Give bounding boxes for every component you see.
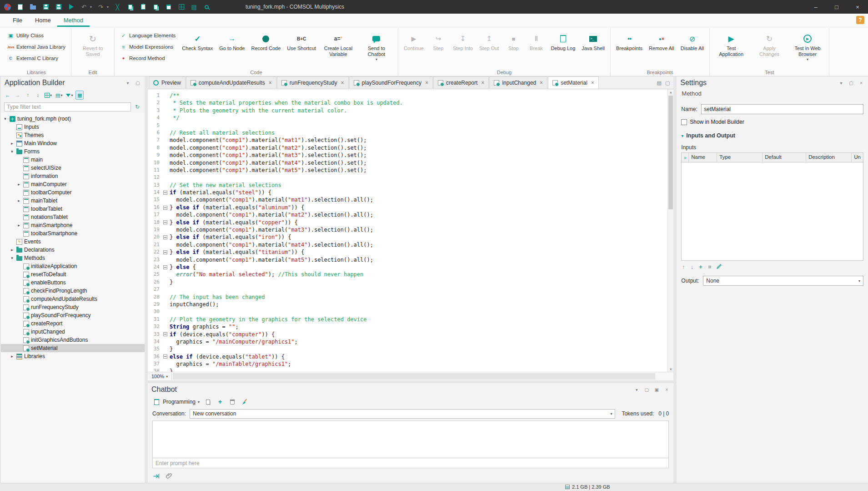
editor-float-icon[interactable]: ▢ bbox=[665, 80, 670, 86]
inputs-column-default[interactable]: Default bbox=[763, 153, 806, 162]
reset-desktop-button[interactable] bbox=[177, 3, 185, 11]
code-line-1[interactable]: 1/** bbox=[148, 92, 667, 99]
fold-toggle-icon[interactable] bbox=[163, 248, 170, 256]
tab-close-icon[interactable]: × bbox=[269, 80, 272, 86]
undo-dropdown-icon[interactable]: ▾ bbox=[90, 5, 92, 9]
tree-toggle-icon[interactable]: ▸ bbox=[10, 354, 15, 359]
conversation-select[interactable]: New conversation ▾ bbox=[190, 409, 615, 419]
save-as-button[interactable] bbox=[55, 3, 62, 11]
utility-class-button[interactable]: ▣ Utility Class bbox=[5, 30, 68, 40]
code-line-11[interactable]: 11model.component("comp1").material("mat… bbox=[148, 167, 667, 174]
input-move-up-button[interactable]: ↑ bbox=[682, 263, 685, 270]
input-list-button[interactable]: ≡ bbox=[708, 263, 712, 270]
code-line-5[interactable]: 5 bbox=[148, 122, 667, 129]
help-button[interactable]: ? bbox=[856, 16, 864, 24]
tree-item-playsoundforfrequency[interactable]: playSoundForFrequency bbox=[1, 311, 145, 319]
inputs-column-name[interactable]: Name bbox=[689, 153, 717, 162]
input-move-down-button[interactable]: ↓ bbox=[691, 263, 694, 270]
output-select[interactable]: None ▾ bbox=[703, 276, 863, 286]
tree-view-menu-button[interactable]: ▾ bbox=[44, 91, 53, 100]
code-line-14[interactable]: 14if (material.equals("steel")) { bbox=[148, 189, 667, 196]
code-line-20[interactable]: 20} else if (material.equals("iron")) { bbox=[148, 233, 667, 241]
open-file-button[interactable] bbox=[29, 3, 37, 11]
scroll-up-icon[interactable]: ▴ bbox=[668, 89, 673, 95]
code-line-19[interactable]: 19 model.component("comp1").material("ma… bbox=[148, 226, 667, 233]
fold-toggle-icon[interactable] bbox=[163, 263, 170, 271]
nav-back-button[interactable]: ← bbox=[4, 91, 12, 100]
send-to-chatbot-button[interactable]: Send to Chatbot ▾ bbox=[358, 30, 395, 61]
settings-float-icon[interactable]: ▢ bbox=[848, 81, 854, 86]
tree-item-inputchanged[interactable]: inputChanged bbox=[1, 328, 145, 336]
fold-toggle-icon[interactable] bbox=[163, 233, 170, 241]
code-line-12[interactable]: 12 bbox=[148, 174, 667, 181]
settings-close-icon[interactable]: × bbox=[858, 81, 864, 86]
code-line-34[interactable]: 34 graphics = "/mainComputer/graphics1"; bbox=[148, 338, 667, 345]
code-line-13[interactable]: 13// Set the new material selections bbox=[148, 182, 667, 189]
duplicate-button[interactable] bbox=[152, 3, 160, 11]
inputs-column-un[interactable]: Un bbox=[852, 153, 863, 162]
dual-pane-toggle-button[interactable]: ▦ bbox=[75, 91, 84, 100]
new-conversation-button[interactable]: + bbox=[216, 398, 224, 406]
chatbot-prompt-input[interactable] bbox=[152, 458, 669, 468]
external-java-library-button[interactable]: Java External Java Library bbox=[5, 42, 68, 52]
editor-tab-inputchanged[interactable]: inputChanged× bbox=[489, 76, 547, 88]
fold-toggle-icon[interactable] bbox=[163, 331, 170, 338]
code-line-38[interactable]: 38} bbox=[148, 368, 667, 372]
editor-tab-computeandupdateresults[interactable]: computeAndUpdateResults× bbox=[186, 76, 276, 88]
code-line-3[interactable]: 3 * Plots the geometry with the current … bbox=[148, 107, 667, 114]
code-line-4[interactable]: 4 */ bbox=[148, 114, 667, 121]
tree-item-resettodefault[interactable]: resetToDefault bbox=[1, 270, 145, 278]
chatbot-float-icon[interactable]: ▢ bbox=[643, 387, 650, 392]
zoom-control[interactable]: 100% ▾ bbox=[148, 372, 172, 380]
minimize-button[interactable]: – bbox=[805, 0, 826, 14]
save-transcript-button[interactable] bbox=[204, 398, 212, 406]
tree-item-enablebuttons[interactable]: enableButtons bbox=[1, 278, 145, 287]
edit-input-button[interactable] bbox=[717, 263, 722, 270]
tab-home[interactable]: Home bbox=[29, 14, 57, 27]
record-method-button[interactable]: ● Record Method bbox=[118, 53, 178, 63]
code-line-29[interactable]: 29inputChanged(); bbox=[148, 301, 667, 308]
tree-toggle-icon[interactable]: ▸ bbox=[10, 141, 15, 146]
tree-item-createreport[interactable]: createReport bbox=[1, 319, 145, 328]
save-button[interactable] bbox=[42, 3, 50, 11]
redo-button[interactable]: ↷ bbox=[97, 3, 105, 11]
tree-item-libraries[interactable]: ▸Libraries bbox=[1, 352, 145, 360]
revert-to-saved-button[interactable]: ↻ Revert to Saved bbox=[75, 30, 111, 57]
inputs-and-output-section-header[interactable]: ▾ Inputs and Output bbox=[681, 132, 863, 139]
editor-tab-preview[interactable]: Preview bbox=[149, 76, 186, 88]
add-input-button[interactable]: + bbox=[699, 263, 702, 270]
tab-close-icon[interactable]: × bbox=[481, 80, 484, 86]
move-up-button[interactable]: ↑ bbox=[24, 91, 32, 100]
settings-collapse-icon[interactable]: ▾ bbox=[838, 81, 844, 86]
tree-item-forms[interactable]: ▾Forms bbox=[1, 147, 145, 156]
tree-item-mainsmartphone[interactable]: ▸mainSmartphone bbox=[1, 221, 145, 229]
model-expressions-button[interactable]: ≡ Model Expressions bbox=[118, 42, 178, 52]
remove-all-breakpoints-button[interactable]: ●× Remove All bbox=[647, 30, 677, 51]
send-prompt-button[interactable] bbox=[152, 472, 161, 480]
record-code-button[interactable]: Record Code bbox=[249, 30, 283, 51]
show-in-model-builder-checkbox[interactable] bbox=[681, 119, 687, 125]
tree-item-declarations[interactable]: ▸Declarations bbox=[1, 246, 145, 254]
tree-item-selectuisize[interactable]: selectUISize bbox=[1, 164, 145, 172]
code-line-26[interactable]: 26} bbox=[148, 278, 667, 286]
editor-split-icon[interactable]: ▤ bbox=[657, 80, 661, 86]
tree-item-maintablet[interactable]: ▸mainTablet bbox=[1, 197, 145, 205]
go-to-node-button[interactable]: → Go to Node bbox=[217, 30, 247, 51]
tree-item-computeandupdateresults[interactable]: computeAndUpdateResults bbox=[1, 295, 145, 303]
tree-item-information[interactable]: information bbox=[1, 172, 145, 180]
disable-all-breakpoints-button[interactable]: ⊘ Disable All bbox=[678, 30, 706, 51]
tree-toggle-icon[interactable]: ▸ bbox=[16, 198, 21, 203]
tree-item-toolbartablet[interactable]: toolbarTablet bbox=[1, 205, 145, 213]
editor-tab-playsoundforfrequency[interactable]: playSoundForFrequency× bbox=[349, 76, 433, 88]
test-in-web-browser-dropdown-icon[interactable]: ▾ bbox=[807, 57, 808, 61]
tab-close-icon[interactable]: × bbox=[425, 80, 428, 86]
code-line-30[interactable]: 30 bbox=[148, 308, 667, 315]
tree-item-setmaterial[interactable]: setMaterial bbox=[1, 344, 145, 352]
tree-item-maincomputer[interactable]: ▸mainComputer bbox=[1, 180, 145, 188]
cut-button[interactable]: ╳ bbox=[114, 3, 121, 11]
code-line-6[interactable]: 6// Reset all material selections bbox=[148, 129, 667, 137]
chatbot-mode-dropdown[interactable]: Programming ▾ bbox=[152, 398, 200, 406]
chatbot-pin-icon[interactable]: ▣ bbox=[653, 387, 660, 392]
code-line-33[interactable]: 33if (device.equals("computer")) { bbox=[148, 331, 667, 338]
chatbot-collapse-icon[interactable]: ▾ bbox=[633, 387, 640, 392]
